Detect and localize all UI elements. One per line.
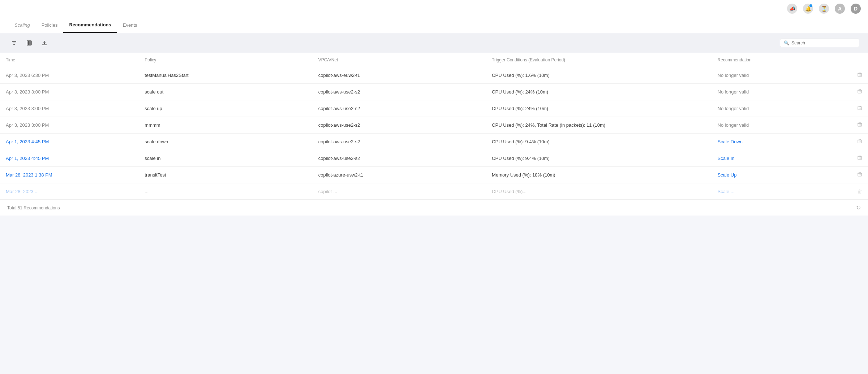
svg-rect-35 [858,123,861,126]
columns-button[interactable] [24,38,35,48]
col-header-vpc: VPC/VNet [313,53,486,67]
delete-button[interactable] [851,167,868,183]
col-header-trigger: Trigger Conditions (Evaluation Period) [486,53,712,67]
cell-time: Apr 3, 2023 3:00 PM [0,84,139,100]
table-row: Apr 3, 2023 3:00 PM scale up copilot-aws… [0,100,868,117]
cell-recommendation: Scale ... [712,183,851,200]
avatar-d-icon[interactable]: D [851,4,861,14]
svg-rect-21 [858,90,861,93]
delete-button[interactable] [851,134,868,150]
table-row: Apr 3, 2023 6:30 PM testManualHas2Start … [0,67,868,84]
cell-recommendation: Scale Up [712,167,851,183]
delete-button[interactable] [851,67,868,84]
cell-vpc: copilot-azure-usw2-t1 [313,167,486,183]
table-row: Mar 28, 2023 ... ... copilot-... CPU Use… [0,183,868,200]
toolbar: 🔍 [0,33,868,53]
cell-time: Apr 1, 2023 4:45 PM [0,134,139,150]
cell-policy: scale down [139,134,312,150]
table-footer: Total 51 Recommendations ↻ [0,200,868,216]
search-input[interactable] [791,40,855,45]
delete-button[interactable] [851,117,868,134]
col-header-action [851,53,868,67]
tab-navigation: Scaling Policies Recommendations Events [0,17,868,33]
cell-policy: transitTest [139,167,312,183]
cell-trigger: CPU Used (%): 24%, Total Rate (in packet… [486,117,712,134]
cell-trigger: CPU Used (%): 9.4% (10m) [486,134,712,150]
col-header-time: Time [0,53,139,67]
tab-recommendations[interactable]: Recommendations [63,17,117,33]
delete-button[interactable] [851,150,868,167]
cell-time: Apr 3, 2023 3:00 PM [0,117,139,134]
cell-time: Apr 3, 2023 3:00 PM [0,100,139,117]
svg-rect-56 [858,173,861,176]
toolbar-left [9,38,50,48]
cell-recommendation: Scale In [712,150,851,167]
cell-vpc: copilot-aws-use2-s2 [313,117,486,134]
cell-time: Apr 1, 2023 4:45 PM [0,150,139,167]
total-count: Total 51 Recommendations [7,205,60,210]
recommendation-text: No longer valid [718,89,749,95]
cell-vpc: copilot-aws-use2-s2 [313,150,486,167]
recommendation-link[interactable]: Scale Up [718,172,737,178]
avatar-a-icon[interactable]: A [835,4,845,14]
cell-policy: ... [139,183,312,200]
svg-rect-42 [858,140,861,143]
recommendation-text: No longer valid [718,73,749,78]
table-row: Mar 28, 2023 1:38 PM transitTest copilot… [0,167,868,183]
cell-recommendation: No longer valid [712,84,851,100]
cell-vpc: copilot-aws-use2-s2 [313,84,486,100]
svg-rect-14 [858,74,861,77]
delete-button[interactable] [851,100,868,117]
cell-time: Apr 3, 2023 6:30 PM [0,67,139,84]
col-header-recommendation: Recommendation [712,53,851,67]
table-row: Apr 1, 2023 4:45 PM scale in copilot-aws… [0,150,868,167]
table-row: Apr 1, 2023 4:45 PM scale down copilot-a… [0,134,868,150]
cell-trigger: CPU Used (%): 1.6% (10m) [486,67,712,84]
cell-policy: testManualHas2Start [139,67,312,84]
recommendation-link[interactable]: Scale In [718,156,735,161]
delete-button[interactable]: 🗑 [851,183,868,200]
refresh-button[interactable]: ↻ [856,204,861,211]
tab-events[interactable]: Events [117,17,143,33]
download-button[interactable] [39,38,50,48]
table-container: Time Policy VPC/VNet Trigger Conditions … [0,53,868,200]
hourglass-icon[interactable]: ⏳ [819,4,829,14]
cell-policy: scale up [139,100,312,117]
cell-trigger: CPU Used (%): 9.4% (10m) [486,150,712,167]
filter-button[interactable] [9,38,20,48]
search-icon: 🔍 [784,40,789,45]
cell-recommendation: No longer valid [712,67,851,84]
recommendation-link[interactable]: Scale Down [718,139,743,144]
cell-policy: mmmm [139,117,312,134]
cell-vpc: copilot-aws-euw2-t1 [313,67,486,84]
megaphone-icon[interactable]: 📣 [787,4,797,14]
cell-vpc: copilot-aws-use2-s2 [313,100,486,117]
main-content: 🔍 Time Policy VPC/VNet Trigger [0,33,868,216]
tab-scaling[interactable]: Scaling [9,17,36,33]
search-box[interactable]: 🔍 [780,39,859,47]
cell-policy: scale in [139,150,312,167]
svg-rect-49 [858,157,861,160]
cell-time: Mar 28, 2023 1:38 PM [0,167,139,183]
bell-icon[interactable]: 🔔 [803,4,813,14]
recommendation-text: No longer valid [718,106,749,111]
cell-trigger: CPU Used (%): 24% (10m) [486,100,712,117]
cell-recommendation: No longer valid [712,100,851,117]
cell-recommendation: Scale Down [712,134,851,150]
cell-vpc: copilot-... [313,183,486,200]
delete-button[interactable] [851,84,868,100]
col-header-policy: Policy [139,53,312,67]
cell-time: Mar 28, 2023 ... [0,183,139,200]
cell-trigger: Memory Used (%): 18% (10m) [486,167,712,183]
cell-trigger: CPU Used (%)... [486,183,712,200]
recommendation-text: No longer valid [718,122,749,128]
table-row: Apr 3, 2023 3:00 PM scale out copilot-aw… [0,84,868,100]
table-header-row: Time Policy VPC/VNet Trigger Conditions … [0,53,868,67]
cell-recommendation: No longer valid [712,117,851,134]
svg-rect-28 [858,107,861,110]
cell-trigger: CPU Used (%): 24% (10m) [486,84,712,100]
cell-vpc: copilot-aws-use2-s2 [313,134,486,150]
table-row: Apr 3, 2023 3:00 PM mmmm copilot-aws-use… [0,117,868,134]
top-bar: 📣 🔔 ⏳ A D [0,0,868,17]
tab-policies[interactable]: Policies [36,17,64,33]
